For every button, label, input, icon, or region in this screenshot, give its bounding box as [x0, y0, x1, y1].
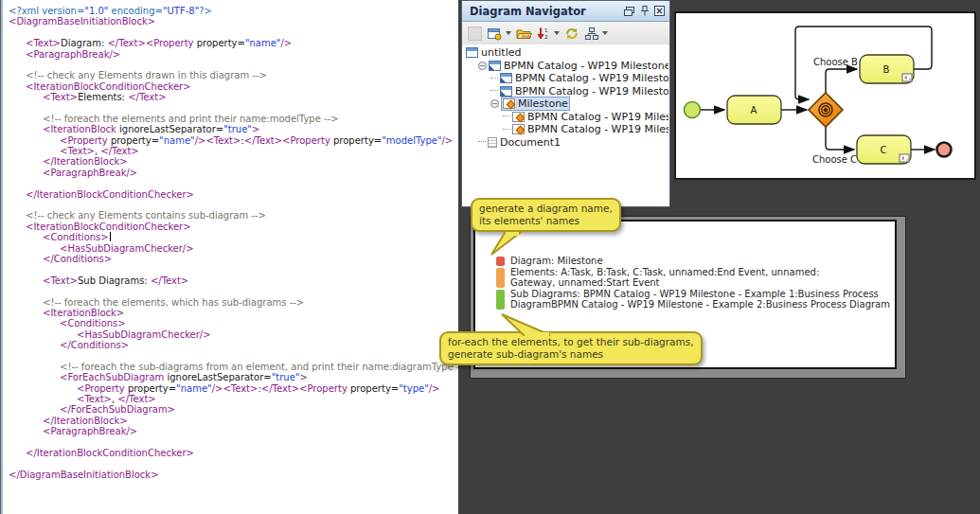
sort-dropdown-caret[interactable]	[554, 31, 560, 35]
new-model-dropdown-caret[interactable]	[506, 31, 511, 35]
tree-item-label: BPMN Catalog - WP19 Milestone	[504, 60, 668, 72]
bpmn-icon	[512, 112, 525, 122]
code-line: <!-- check any Elements contains sub-dia…	[3, 210, 458, 221]
code-line: </IterationBlock>	[3, 416, 458, 426]
tree-item-label: untitled	[481, 46, 521, 59]
tree-connector	[503, 115, 510, 117]
layout-dropdown-caret[interactable]	[602, 31, 608, 35]
xml-code[interactable]: <?xml version="1.0" encoding="UTF-8"?><D…	[3, 0, 458, 514]
output-group: Diagram: Milestone	[496, 256, 889, 267]
tree-item-bpmn-catalog-wp19-milestone[interactable]: BPMN Catalog - WP19 Milestone	[463, 111, 668, 124]
catalog-icon	[500, 73, 512, 83]
task-b-node[interactable]: B	[860, 55, 914, 83]
output-text: Elements: A:Task, B:Task, C:Task, unname…	[510, 267, 819, 289]
collapse-handle-icon[interactable]	[478, 62, 487, 70]
callout-tail	[482, 232, 522, 257]
code-line: <?xml version="1.0" encoding="UTF-8"?>	[3, 6, 458, 16]
tree-item-bpmn-catalog-wp19-milestone-ex[interactable]: BPMN Catalog - WP19 Milestone - Ex	[463, 72, 668, 85]
code-line: <ParagraphBreak/>	[3, 168, 458, 178]
collapse-handle-icon[interactable]	[490, 99, 499, 108]
tree-item-label: BPMN Catalog - WP19 Milestone	[527, 111, 668, 123]
sort-icon[interactable]: 12	[535, 24, 552, 43]
bpmn-icon	[512, 124, 525, 134]
code-line: </Conditions>	[3, 340, 458, 350]
xml-editor[interactable]: <?xml version="1.0" encoding="UTF-8"?><D…	[0, 0, 458, 514]
navigator-title: Diagram Navigator	[470, 5, 620, 18]
code-line: </IterationBlock>	[3, 156, 458, 167]
subdiagram-marker-icon	[900, 154, 909, 162]
callout-tail	[493, 312, 556, 337]
doc-icon	[488, 137, 497, 148]
edge-label-choose-b: Choose B	[813, 57, 858, 67]
start-event-node[interactable]	[685, 102, 701, 118]
code-line: <ParagraphBreak/>	[3, 426, 458, 436]
code-line: <!-- foreach the elements, which has sub…	[3, 297, 458, 308]
code-line	[3, 286, 458, 296]
tree-item-label: BPMN Catalog - WP19 Milestone - Ex	[515, 72, 668, 84]
output-content: Diagram: MilestoneElements: A:Task, B:Ta…	[496, 256, 889, 310]
open-folder-icon[interactable]: RVA	[514, 24, 534, 43]
code-line: <IterationBlockConditionChecker>	[3, 81, 458, 92]
svg-text:RVA: RVA	[522, 34, 531, 39]
tree-item-document1[interactable]: Document1	[463, 136, 668, 150]
code-line: <Text>, </Text>	[3, 146, 458, 156]
tree-item-milestone[interactable]: Milestone	[463, 97, 668, 111]
catalog-icon	[489, 61, 501, 71]
code-line: <!-- foreach the sub-diagrams from an el…	[3, 362, 458, 372]
refresh-icon[interactable]	[562, 24, 581, 43]
callout-foreach-elements: for-each the elements, to get their sub-…	[439, 331, 703, 365]
code-line	[3, 27, 458, 38]
tree-item-bpmn-catalog-wp19-milestone[interactable]: BPMN Catalog - WP19 Milestone	[463, 123, 668, 136]
code-line: </IterationBlockConditionChecker>	[3, 189, 458, 200]
code-line: </IterationBlockConditionChecker>	[3, 448, 458, 458]
end-event-node[interactable]	[937, 143, 952, 157]
code-line: <IterationBlockConditionChecker>	[3, 222, 458, 232]
tree-connector	[490, 78, 498, 80]
callout-generate-diagram-name: generate a diagram name,its elements' na…	[471, 198, 621, 232]
tree-item-bpmn-catalog-wp19-milestone-ex[interactable]: BPMN Catalog - WP19 Milestone - Ex	[463, 85, 668, 98]
navigator-title-bar: Diagram Navigator	[462, 1, 669, 22]
code-line: <IterationBlock ignoreLastSeparator="tru…	[3, 124, 458, 134]
project-icon	[466, 47, 478, 58]
code-line: </DiagramBaseInitiationBlock>	[3, 470, 458, 480]
diagram-navigator-panel: Diagram Navigator RVA 12 untitledBPMN	[461, 0, 670, 207]
subdiagram-marker-icon	[902, 74, 912, 81]
code-line: <Text>Elements: </Text>	[3, 92, 458, 102]
tree-item-bpmn-catalog-wp19-milestone[interactable]: BPMN Catalog - WP19 Milestone	[463, 60, 668, 73]
navigator-tree: untitledBPMN Catalog - WP19 MilestoneBPM…	[463, 44, 668, 205]
tree-item-label: Milestone	[518, 97, 568, 110]
output-group: Sub Diagrams: BPMN Catalog - WP19 Milest…	[496, 289, 889, 310]
pin-icon[interactable]	[638, 6, 650, 17]
color-chip	[496, 290, 505, 310]
tree-item-label: BPMN Catalog - WP19 Milestone	[527, 123, 668, 135]
code-line	[3, 200, 458, 210]
text-cursor	[110, 232, 111, 241]
code-line: </ForEachSubDiagram>	[3, 404, 458, 415]
selected-tree-item[interactable]: Milestone	[501, 97, 570, 111]
code-line: <Text>Diagram: </Text><Property property…	[3, 38, 458, 48]
code-line: <Conditions>	[3, 318, 458, 328]
new-model-icon[interactable]	[485, 24, 504, 43]
code-line: <DiagramBaseInitiationBlock>	[3, 16, 458, 27]
edge-label-choose-c: Choose C	[812, 154, 857, 165]
catalog-icon	[500, 86, 512, 97]
code-line: <Text>Sub Diagrams: </Text>	[3, 275, 458, 286]
color-chip	[496, 268, 505, 288]
tree-connector	[478, 141, 486, 143]
bpmn-icon	[503, 98, 515, 109]
output-text: Sub Diagrams: BPMN Catalog - WP19 Milest…	[510, 289, 890, 310]
tree-item-untitled[interactable]: untitled	[463, 46, 668, 60]
code-line: <Text>, </Text>	[3, 394, 458, 404]
tree-connector	[490, 90, 498, 92]
code-line	[3, 60, 458, 70]
layout-icon[interactable]	[582, 24, 600, 43]
bpmn-diagram-canvas[interactable]: Choose B Choose C A B C	[674, 11, 976, 180]
code-line: <HasSubDiagramChecker/>	[3, 243, 458, 254]
task-c-node[interactable]: C	[857, 135, 911, 164]
task-a-node[interactable]: A	[727, 96, 781, 124]
code-line: <!-- foreach the elements and print thei…	[3, 114, 458, 124]
navigator-toolbar: RVA 12	[462, 22, 669, 45]
code-line: <Property property="name"/><Text>:</Text…	[3, 135, 458, 146]
float-window-icon[interactable]	[623, 6, 635, 17]
close-icon[interactable]	[653, 6, 666, 17]
